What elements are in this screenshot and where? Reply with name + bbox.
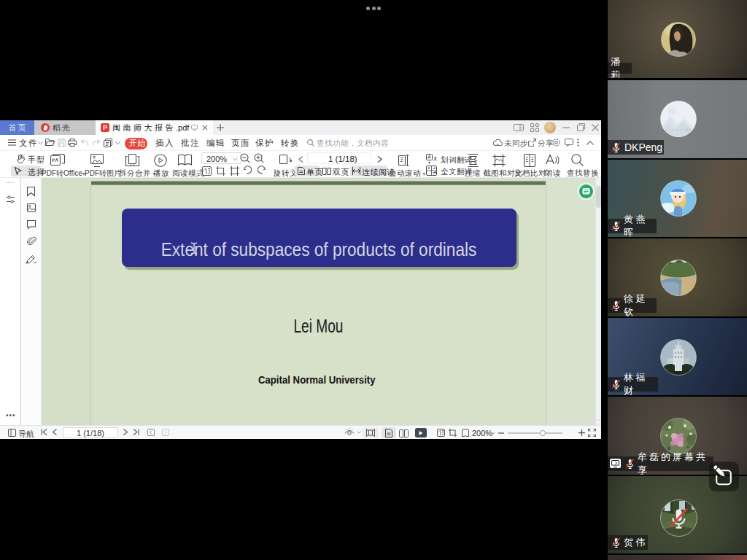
svg-text:ベスト九十九里浜: ベスト九十九里浜	[665, 128, 692, 132]
